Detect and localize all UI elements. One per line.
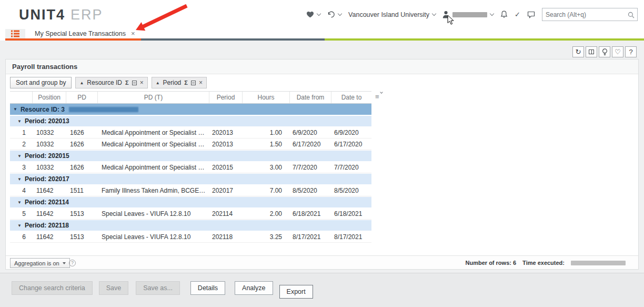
redacted-username (452, 12, 487, 17)
row-number: 2 (10, 141, 32, 148)
notifications-button[interactable] (500, 11, 508, 18)
column-header-pdt[interactable]: PD (T) (97, 92, 209, 103)
aggregation-label: Aggregation is on (14, 260, 59, 266)
details-button[interactable]: Details (190, 281, 225, 295)
tab-my-special-leave-transactions[interactable]: My Special Leave Transactions × (25, 29, 142, 38)
cell-date-to: 8/5/2020 (331, 187, 371, 194)
chip-label: Resource ID (87, 79, 122, 86)
cell-pdt: Medical Appointment or Specialist CUPE (97, 164, 209, 171)
sort-and-group-button[interactable]: Sort and group by (10, 77, 72, 88)
user-icon (442, 11, 449, 18)
cell-hours: 3.25 (242, 233, 289, 241)
table-row[interactable]: 4 11642 1511 Family Illness Taken Admin,… (10, 185, 371, 196)
remove-icon[interactable]: × (140, 79, 144, 86)
main-menu-tab[interactable] (5, 29, 25, 38)
menu-lines-icon: ≡ (375, 93, 379, 101)
table-row[interactable]: 1 10332 1626 Medical Appointment or Spec… (10, 127, 371, 138)
group-row-period-202114[interactable]: ▼ Period: 202114 (10, 196, 371, 208)
cell-pd: 1626 (66, 129, 97, 136)
cell-position: 10332 (32, 164, 66, 171)
remove-icon[interactable]: × (199, 79, 203, 86)
row-number: 1 (10, 129, 32, 136)
cell-date-from: 6/9/2020 (289, 129, 331, 136)
client-name: Vancouver Island University (348, 11, 429, 18)
group-row-period-202015[interactable]: ▼ Period: 202015 (10, 150, 371, 162)
tasks-button[interactable]: ✓ (515, 11, 520, 18)
aggregation-help-icon[interactable]: ? (69, 260, 76, 266)
group-row-period-202013[interactable]: ▼ Period: 202013 (10, 115, 371, 127)
table-row[interactable]: 5 11642 1513 Special Leaves - VIUFA 12.8… (10, 208, 371, 220)
column-header[interactable] (10, 92, 32, 103)
help-button[interactable]: ? (625, 46, 637, 57)
recently-used-menu[interactable] (327, 11, 341, 18)
group-chip-period[interactable]: ▲ Period Σ × (152, 77, 207, 88)
export-button[interactable]: Export (279, 285, 313, 299)
sum-icon[interactable]: Σ (184, 80, 188, 86)
cell-date-to: 7/7/2020 (331, 164, 371, 171)
refresh-button[interactable]: ↻ (572, 46, 584, 57)
cell-pd: 1626 (66, 141, 97, 148)
group-row-period-202118[interactable]: ▼ Period: 202118 (10, 220, 371, 231)
tab-close-icon[interactable]: × (131, 30, 135, 37)
save-button[interactable]: Save (99, 281, 129, 295)
chevron-down-icon (490, 11, 494, 15)
chevron-down-icon (380, 91, 383, 94)
table-row[interactable]: 2 10332 1626 Medical Appointment or Spec… (10, 138, 371, 150)
favourites-menu[interactable] (306, 11, 320, 18)
client-selector[interactable]: Vancouver Island University (348, 11, 436, 18)
cell-pdt: Special Leaves - VIUFA 12.8.10 (97, 233, 209, 241)
analyze-button[interactable]: Analyze (235, 281, 273, 295)
cell-date-to: 6/9/2020 (331, 129, 371, 136)
cell-pd: 1513 (66, 210, 97, 217)
column-header-pd[interactable]: PD (66, 92, 97, 103)
favourite-button[interactable]: ♡ (612, 46, 623, 57)
row-number: 5 (10, 210, 32, 217)
cell-pdt: Family Illness Taken Admin, BCGEU & V... (97, 187, 209, 194)
cell-date-to: 8/17/2021 (331, 233, 371, 241)
view-toolbar: ↻ ♡ ? (572, 46, 637, 57)
table-row[interactable]: 6 11642 1513 Special Leaves - VIUFA 12.8… (10, 231, 371, 243)
column-header-date-from[interactable]: Date from (289, 92, 331, 103)
cell-hours: 1.50 (242, 141, 289, 148)
cell-position: 11642 (32, 210, 66, 217)
save-as-button[interactable]: Save as... (136, 281, 180, 295)
collapse-icon[interactable] (132, 81, 137, 85)
group-chip-resource-id[interactable]: ▲ Resource ID Σ × (75, 77, 147, 88)
cell-position: 11642 (32, 233, 66, 241)
change-search-criteria-button[interactable]: Change search criteria (12, 281, 93, 295)
cell-hours: 1.00 (242, 129, 289, 136)
aggregation-toggle-button[interactable]: Aggregation is on (10, 258, 70, 268)
group-row-resource[interactable]: ▼ Resource ID: 3 (10, 104, 371, 115)
search-input[interactable] (542, 9, 626, 20)
column-header-period[interactable]: Period (209, 92, 242, 103)
menu-list-icon (11, 30, 19, 37)
sum-icon[interactable]: Σ (125, 80, 129, 86)
tips-button[interactable] (599, 46, 610, 57)
split-view-button[interactable] (586, 46, 597, 57)
cell-period: 202013 (209, 129, 242, 136)
period-group-label: Period: 202114 (25, 199, 69, 206)
column-header-hours[interactable]: Hours (242, 92, 289, 103)
column-header-position[interactable]: Position (32, 92, 66, 103)
cell-date-from: 6/18/2021 (289, 210, 331, 217)
column-header-date-to[interactable]: Date to (331, 92, 371, 103)
cell-hours: 3.00 (242, 164, 289, 171)
messages-button[interactable] (527, 11, 535, 18)
action-bar: Change search criteria Save Save as... D… (0, 273, 644, 307)
sort-group-bar: Sort and group by ▲ Resource ID Σ × ▲ Pe… (6, 74, 638, 91)
period-group-label: Period: 202013 (25, 117, 69, 125)
group-row-period-202017[interactable]: ▼ Period: 202017 (10, 173, 371, 185)
result-summary: Number of rows: 6 Time executed: (466, 260, 626, 266)
columns-icon (589, 49, 594, 54)
cell-date-to: 6/18/2021 (331, 210, 371, 217)
column-menu-button[interactable]: ≡ (375, 93, 383, 101)
check-icon: ✓ (515, 11, 520, 18)
user-menu[interactable] (442, 11, 494, 18)
cell-period: 202114 (209, 210, 242, 217)
cell-hours: 7.00 (242, 187, 289, 194)
cell-date-from: 8/17/2021 (289, 233, 331, 241)
cell-period: 202015 (209, 164, 242, 171)
collapse-icon[interactable] (191, 81, 196, 85)
table-row[interactable]: 3 10332 1626 Medical Appointment or Spec… (10, 162, 371, 173)
chat-icon (527, 11, 535, 18)
